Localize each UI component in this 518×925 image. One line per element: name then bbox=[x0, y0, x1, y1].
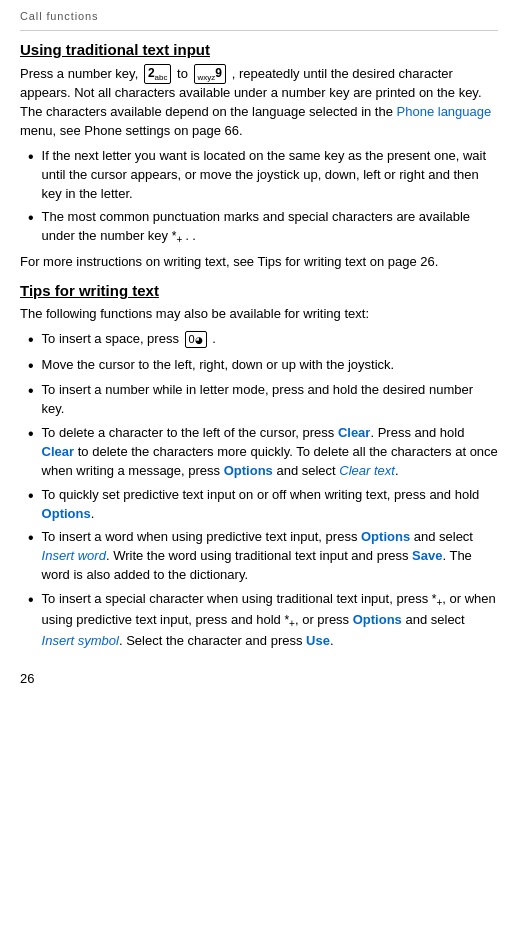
list-item: If the next letter you want is located o… bbox=[20, 147, 498, 204]
section1-bullet-list: If the next letter you want is located o… bbox=[20, 147, 498, 248]
section-tips: Tips for writing text The following func… bbox=[20, 282, 498, 651]
header-divider bbox=[20, 30, 498, 31]
section1-footer: For more instructions on writing text, s… bbox=[20, 253, 498, 272]
list-item: To delete a character to the left of the… bbox=[20, 424, 498, 481]
page-number: 26 bbox=[20, 671, 34, 686]
list-item: The most common punctuation marks and sp… bbox=[20, 208, 498, 248]
star-key: *+ . bbox=[172, 229, 193, 243]
section2-title: Tips for writing text bbox=[20, 282, 498, 299]
section2-bullet-list: To insert a space, press 0◕ . Move the c… bbox=[20, 330, 498, 651]
clear-text-link[interactable]: Clear text bbox=[339, 463, 395, 478]
clear-link-1[interactable]: Clear bbox=[338, 425, 371, 440]
clear-link-2[interactable]: Clear bbox=[42, 444, 75, 459]
star-key-1: *+ bbox=[432, 592, 443, 606]
options-link-4[interactable]: Options bbox=[353, 612, 402, 627]
section-traditional-input: Using traditional text input Press a num… bbox=[20, 41, 498, 272]
list-item: To insert a number while in letter mode,… bbox=[20, 381, 498, 419]
use-link[interactable]: Use bbox=[306, 633, 330, 648]
list-item: To insert a word when using predictive t… bbox=[20, 528, 498, 585]
section1-title: Using traditional text input bbox=[20, 41, 498, 58]
key-0: 0◕ bbox=[185, 331, 207, 348]
insert-symbol-link[interactable]: Insert symbol bbox=[42, 633, 119, 648]
section2-intro: The following functions may also be avai… bbox=[20, 305, 498, 324]
insert-word-link[interactable]: Insert word bbox=[42, 548, 106, 563]
key-2abc: 2abc bbox=[144, 64, 172, 84]
list-item: To insert a space, press 0◕ . bbox=[20, 330, 498, 351]
header-bar: Call functions bbox=[20, 10, 498, 22]
options-link-3[interactable]: Options bbox=[361, 529, 410, 544]
list-item: To quickly set predictive text input on … bbox=[20, 486, 498, 524]
page-content: Call functions Using traditional text in… bbox=[0, 0, 518, 706]
star-key-2: *+ bbox=[284, 613, 295, 627]
options-link-1[interactable]: Options bbox=[224, 463, 273, 478]
list-item: Move the cursor to the left, right, down… bbox=[20, 356, 498, 377]
header-label: Call functions bbox=[20, 10, 98, 22]
options-link-2[interactable]: Options bbox=[42, 506, 91, 521]
list-item: To insert a special character when using… bbox=[20, 590, 498, 651]
phone-language-link[interactable]: Phone language bbox=[397, 104, 492, 119]
page-number-area: 26 bbox=[20, 671, 498, 686]
section1-intro-paragraph: Press a number key, 2abc to wxyz9 , repe… bbox=[20, 64, 498, 141]
key-wxyz9: wxyz9 bbox=[194, 64, 226, 84]
save-link[interactable]: Save bbox=[412, 548, 442, 563]
